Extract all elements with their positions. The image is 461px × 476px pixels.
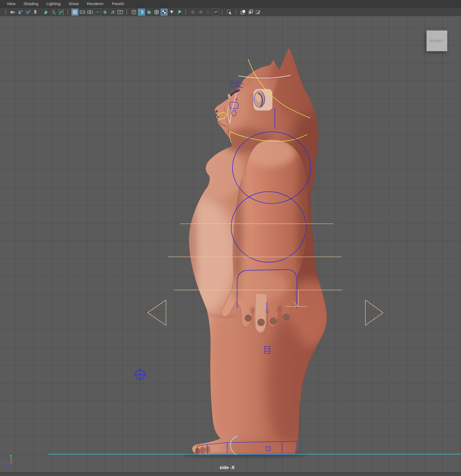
multisample-aa-icon[interactable] xyxy=(212,9,219,16)
viewport-bottom-edge xyxy=(0,472,461,476)
toolbar-group-handle[interactable] xyxy=(222,9,223,15)
grease-pencil-icon[interactable] xyxy=(58,9,65,16)
wireframe-icon[interactable] xyxy=(130,9,137,16)
gamma-icon[interactable] xyxy=(247,9,254,16)
depth-of-field-icon[interactable] xyxy=(204,9,212,16)
field-chart-icon[interactable] xyxy=(102,9,109,16)
toolbar-group-handle[interactable] xyxy=(126,9,128,15)
maya-viewport-panel: ViewShadingLightingShowRendererPanels xyxy=(0,0,461,476)
camera-label-box: RIGHT xyxy=(427,30,447,51)
wireframe-on-shaded-icon[interactable] xyxy=(153,9,160,16)
menu-item-view[interactable]: View xyxy=(3,0,19,8)
panel-toolbar xyxy=(0,8,461,16)
display-grid-icon[interactable] xyxy=(71,9,78,16)
view-transform-icon[interactable] xyxy=(255,9,262,16)
lock-camera-icon[interactable] xyxy=(17,9,24,16)
safe-title-icon[interactable] xyxy=(117,9,124,16)
panel-menu-bar: ViewShadingLightingShowRendererPanels xyxy=(0,0,461,8)
toolbar-group-handle[interactable] xyxy=(67,9,69,15)
use-all-lights-icon[interactable] xyxy=(168,9,175,16)
toolbar-group-handle[interactable] xyxy=(235,9,237,15)
select-camera-icon[interactable] xyxy=(9,9,16,16)
viewport-canvas[interactable] xyxy=(0,16,461,476)
textured-icon[interactable] xyxy=(161,9,168,16)
toolbar-group-handle[interactable] xyxy=(185,9,187,15)
isolate-select-icon[interactable] xyxy=(226,9,233,16)
bookmark-icon[interactable] xyxy=(32,9,39,16)
menu-item-shading[interactable]: Shading xyxy=(19,0,42,8)
toolbar-group-handle[interactable] xyxy=(5,9,6,15)
pan-zoom-2d-icon[interactable] xyxy=(50,9,57,16)
camera-attributes-icon[interactable] xyxy=(24,9,31,16)
default-material-icon[interactable] xyxy=(145,9,152,16)
camera-label: RIGHT xyxy=(430,39,443,43)
menu-item-renderer[interactable]: Renderer xyxy=(83,0,108,8)
motion-blur-icon[interactable] xyxy=(197,9,204,16)
menu-item-show[interactable]: Show xyxy=(65,0,83,8)
screen-space-ao-icon[interactable] xyxy=(189,9,196,16)
menu-item-panels[interactable]: Panels xyxy=(108,0,128,8)
smooth-shade-icon[interactable] xyxy=(138,9,145,16)
image-plane-icon[interactable] xyxy=(43,9,50,16)
film-gate-icon[interactable] xyxy=(79,9,86,16)
safe-action-icon[interactable] xyxy=(109,9,116,16)
gate-mask-icon[interactable] xyxy=(94,9,101,16)
view-label: side -X xyxy=(220,465,235,470)
shadows-icon[interactable] xyxy=(176,9,183,16)
resolution-gate-icon[interactable] xyxy=(86,9,93,16)
menu-item-lighting[interactable]: Lighting xyxy=(42,0,65,8)
exposure-icon[interactable] xyxy=(240,9,247,16)
